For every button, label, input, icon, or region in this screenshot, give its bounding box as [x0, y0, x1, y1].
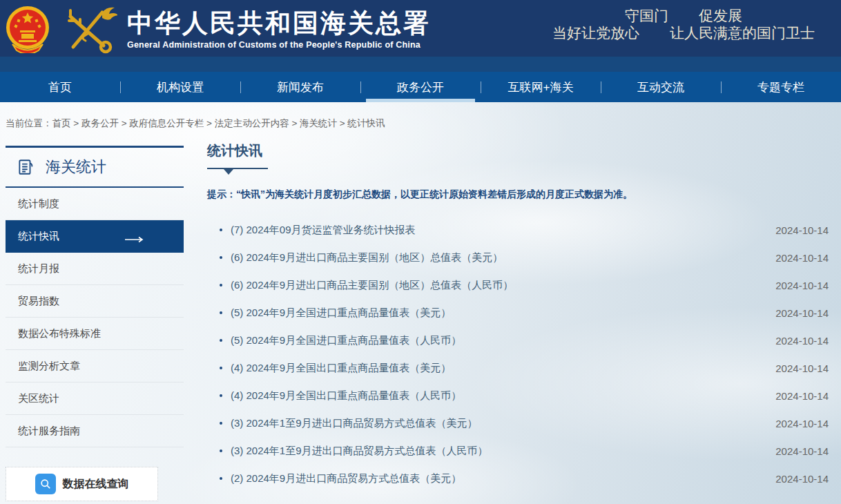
sidebar: 海关统计 统计制度 统计快讯 [6, 146, 184, 501]
news-link[interactable]: (5) 2024年9月全国进口重点商品量值表（美元） [231, 307, 762, 320]
bullet-icon [220, 339, 222, 342]
bullet-icon [220, 449, 222, 452]
arrow-right-icon [124, 233, 144, 245]
news-list-item: (3) 2024年1至9月进出口商品贸易方式总值表（美元） 2024-10-14 [207, 409, 829, 437]
national-emblem-icon [6, 5, 50, 53]
news-date: 2024-10-14 [775, 335, 829, 347]
news-list-item: (5) 2024年9月全国进口重点商品量值表（人民币） 2024-10-14 [207, 327, 829, 354]
page: 中华人民共和国海关总署 General Administration of Cu… [0, 0, 841, 504]
sidebar-item[interactable]: 关区统计 [6, 382, 184, 415]
sidebar-title: 海关统计 [46, 157, 106, 177]
site-title-block: 中华人民共和国海关总署 General Administration of Cu… [127, 8, 431, 50]
main-navigation: 首页 机构设置 新闻发布 政务公开 [0, 72, 841, 102]
news-date: 2024-10-14 [775, 473, 829, 485]
news-link[interactable]: (7) 2024年09月货运监管业务统计快报表 [231, 224, 762, 237]
bullet-icon [220, 311, 222, 314]
nav-item-label: 机构设置 [157, 79, 204, 95]
news-date: 2024-10-14 [775, 418, 829, 429]
breadcrumb-path[interactable]: 首页 > 政务公开 > 政府信息公开专栏 > 法定主动公开内容 > 海关统计 >… [52, 118, 385, 128]
nav-item-label: 政务公开 [397, 79, 444, 95]
news-date: 2024-10-14 [775, 445, 829, 457]
site-title-en: General Administration of Customs of the… [127, 40, 431, 50]
sidebar-item-label: 统计服务指南 [18, 425, 80, 438]
news-link[interactable]: (6) 2024年9月进出口商品主要国别（地区）总值表（人民币） [231, 279, 762, 292]
news-list-item: (3) 2024年1至9月进出口商品贸易方式总值表（人民币） 2024-10-1… [207, 437, 829, 465]
bullet-icon [220, 394, 222, 397]
bullet-icon [220, 367, 222, 369]
news-date: 2024-10-14 [775, 307, 829, 319]
sidebar-menu: 统计制度 统计快讯 [6, 188, 184, 447]
header-slogan: 守国门促发展 当好让党放心让人民满意的国门卫士 [535, 7, 832, 41]
nav-item-label: 互联网+海关 [508, 79, 574, 95]
nav-item[interactable]: 互动交流 [601, 72, 721, 102]
news-list-item: (2) 2024年9月进出口商品贸易方式总值表（美元） 2024-10-14 [207, 465, 829, 492]
site-logo-home-link[interactable]: 中华人民共和国海关总署 General Administration of Cu… [6, 4, 431, 54]
sidebar-item[interactable]: 统计快讯 [6, 220, 184, 253]
bullet-icon [220, 256, 222, 259]
main-content: 统计快讯 提示：“快讯”为海关统计月度初步汇总数据，以更正统计原始资料差错后形成… [207, 142, 829, 492]
nav-list: 首页 机构设置 新闻发布 政务公开 [0, 72, 841, 102]
sidebar-item[interactable]: 统计制度 [6, 188, 184, 220]
slogan-line-2: 当好让党放心让人民满意的国门卫士 [535, 24, 832, 41]
sidebar-item[interactable]: 贸易指数 [6, 285, 184, 318]
slogan-phrase: 让人民满意的国门卫士 [670, 24, 815, 41]
sidebar-item[interactable]: 数据公布特殊标准 [6, 318, 184, 350]
nav-item[interactable]: 新闻发布 [240, 72, 360, 102]
news-link[interactable]: (6) 2024年9月进出口商品主要国别（地区）总值表（美元） [231, 251, 762, 264]
bullet-icon [220, 422, 222, 425]
nav-item[interactable]: 首页 [0, 72, 120, 102]
breadcrumb: 当前位置：首页 > 政务公开 > 政府信息公开专栏 > 法定主动公开内容 > 海… [6, 117, 385, 130]
news-link[interactable]: (3) 2024年1至9月进出口商品贸易方式总值表（人民币） [231, 445, 762, 458]
news-date: 2024-10-14 [775, 390, 829, 402]
site-header: 中华人民共和国海关总署 General Administration of Cu… [0, 0, 841, 72]
customs-key-caduceus-icon [59, 4, 117, 54]
sidebar-item-label: 统计制度 [18, 197, 59, 211]
slogan-line-1: 守国门促发展 [535, 7, 832, 24]
site-title-cn: 中华人民共和国海关总署 [127, 10, 431, 37]
sidebar-item-label: 关区统计 [18, 392, 59, 405]
bullet-icon [220, 284, 222, 287]
sidebar-header: 海关统计 [6, 148, 184, 188]
bullet-icon [220, 229, 222, 231]
hint-text: 提示：“快讯”为海关统计月度初步汇总数据，以更正统计原始资料差错后形成的月度正式… [207, 188, 829, 201]
news-list-item: (5) 2024年9月全国进口重点商品量值表（美元） 2024-10-14 [207, 299, 829, 327]
news-list-item: (6) 2024年9月进出口商品主要国别（地区）总值表（美元） 2024-10-… [207, 244, 829, 271]
slogan-phrase: 守国门 [625, 7, 668, 24]
news-link[interactable]: (3) 2024年1至9月进出口商品贸易方式总值表（美元） [231, 417, 762, 430]
nav-item-label: 互动交流 [637, 79, 684, 95]
page-title: 统计快讯 [207, 142, 829, 159]
nav-item[interactable]: 政务公开 [360, 72, 481, 102]
news-date: 2024-10-14 [775, 224, 829, 236]
slogan-phrase: 促发展 [699, 7, 742, 24]
slogan-phrase: 当好让党放心 [552, 24, 639, 41]
news-link[interactable]: (2) 2024年9月进出口商品贸易方式总值表（美元） [231, 472, 762, 485]
nav-item[interactable]: 互联网+海关 [481, 72, 601, 102]
nav-item-label: 新闻发布 [277, 79, 324, 95]
news-link[interactable]: (4) 2024年9月全国出口重点商品量值表（美元） [231, 362, 762, 375]
news-list-item: (7) 2024年09月货运监管业务统计快报表 2024-10-14 [207, 216, 829, 244]
news-list-item: (4) 2024年9月全国出口重点商品量值表（人民币） 2024-10-14 [207, 382, 829, 409]
sidebar-item-label: 监测分析文章 [18, 360, 80, 373]
bullet-icon [220, 477, 222, 480]
nav-item-label: 首页 [48, 79, 72, 95]
news-link[interactable]: (4) 2024年9月全国出口重点商品量值表（人民币） [231, 389, 762, 403]
news-list-item: (6) 2024年9月进出口商品主要国别（地区）总值表（人民币） 2024-10… [207, 271, 829, 299]
news-link[interactable]: (5) 2024年9月全国进口重点商品量值表（人民币） [231, 334, 762, 347]
sidebar-item-label: 统计月报 [18, 262, 59, 275]
document-icon [17, 158, 35, 176]
nav-item-label: 专题专栏 [757, 79, 804, 95]
sidebar-item[interactable]: 统计月报 [6, 253, 184, 285]
news-list: (7) 2024年09月货运监管业务统计快报表 2024-10-14 (6) 2… [207, 216, 829, 492]
nav-item[interactable]: 机构设置 [120, 72, 240, 102]
search-icon [35, 474, 56, 494]
sidebar-item-label: 统计快讯 [18, 230, 59, 243]
news-list-item: (4) 2024年9月全国出口重点商品量值表（美元） 2024-10-14 [207, 354, 829, 382]
title-underline [207, 168, 268, 169]
news-date: 2024-10-14 [775, 362, 829, 374]
data-online-query-button[interactable]: 数据在线查询 [6, 467, 158, 501]
nav-item[interactable]: 专题专栏 [721, 72, 841, 102]
sidebar-item[interactable]: 监测分析文章 [6, 350, 184, 382]
page-body: 当前位置：首页 > 政务公开 > 政府信息公开专栏 > 法定主动公开内容 > 海… [0, 102, 841, 504]
sidebar-item-label: 贸易指数 [18, 295, 59, 308]
sidebar-item[interactable]: 统计服务指南 [6, 415, 184, 447]
